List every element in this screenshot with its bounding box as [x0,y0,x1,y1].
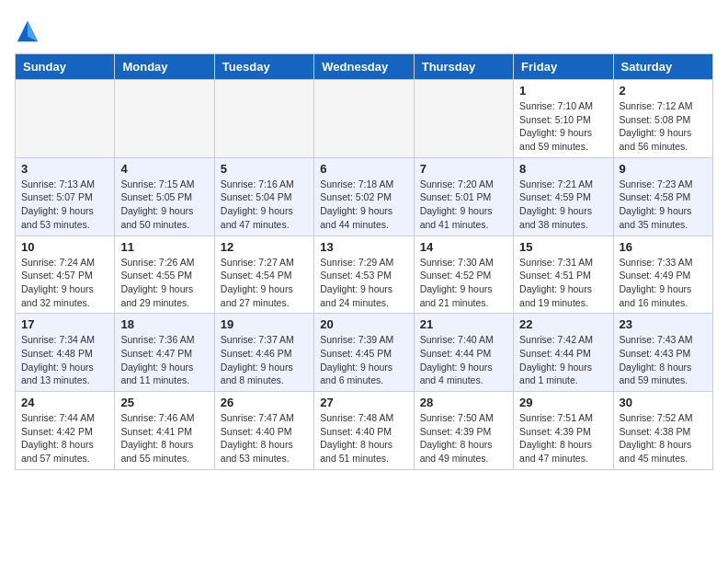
day-info: Sunrise: 7:29 AMSunset: 4:53 PMDaylight:… [320,256,407,310]
day-number: 9 [620,162,707,176]
day-info: Sunrise: 7:24 AMSunset: 4:57 PMDaylight:… [21,256,108,310]
day-info: Sunrise: 7:37 AMSunset: 4:46 PMDaylight:… [221,333,308,387]
day-number: 10 [21,240,108,254]
day-number: 30 [620,396,707,409]
calendar-day-cell: 27Sunrise: 7:48 AMSunset: 4:40 PMDayligh… [314,392,414,470]
day-number: 22 [519,317,607,331]
day-info: Sunrise: 7:27 AMSunset: 4:54 PMDaylight:… [221,256,308,310]
calendar-week-row: 3Sunrise: 7:13 AMSunset: 5:07 PMDaylight… [16,157,713,236]
day-info: Sunrise: 7:30 AMSunset: 4:52 PMDaylight:… [420,256,507,310]
calendar-header-row: SundayMondayTuesdayWednesdayThursdayFrid… [16,54,713,80]
calendar-day-cell: 22Sunrise: 7:42 AMSunset: 4:44 PMDayligh… [514,314,613,392]
day-info: Sunrise: 7:12 AMSunset: 5:08 PMDaylight:… [620,99,707,154]
calendar-week-row: 10Sunrise: 7:24 AMSunset: 4:57 PMDayligh… [16,236,713,314]
day-info: Sunrise: 7:36 AMSunset: 4:47 PMDaylight:… [120,333,208,387]
day-number: 28 [420,396,507,409]
day-info: Sunrise: 7:18 AMSunset: 5:02 PMDaylight:… [320,178,407,232]
calendar-day-cell: 21Sunrise: 7:40 AMSunset: 4:44 PMDayligh… [414,314,513,392]
day-info: Sunrise: 7:16 AMSunset: 5:04 PMDaylight:… [221,178,308,232]
calendar-day-cell: 14Sunrise: 7:30 AMSunset: 4:52 PMDayligh… [414,236,513,314]
day-info: Sunrise: 7:46 AMSunset: 4:41 PMDaylight:… [120,411,208,465]
day-info: Sunrise: 7:26 AMSunset: 4:55 PMDaylight:… [120,256,208,310]
calendar-day-cell [115,80,214,158]
day-of-week-header: Tuesday [214,54,313,80]
calendar-day-cell: 28Sunrise: 7:50 AMSunset: 4:39 PMDayligh… [414,392,513,470]
calendar-week-row: 1Sunrise: 7:10 AMSunset: 5:10 PMDaylight… [16,80,713,158]
day-number: 26 [221,396,308,409]
calendar-day-cell: 11Sunrise: 7:26 AMSunset: 4:55 PMDayligh… [115,236,214,314]
day-info: Sunrise: 7:44 AMSunset: 4:42 PMDaylight:… [21,411,108,465]
day-number: 21 [420,317,507,331]
day-number: 5 [221,162,308,176]
day-number: 1 [519,84,607,98]
day-info: Sunrise: 7:33 AMSunset: 4:49 PMDaylight:… [620,256,707,310]
day-info: Sunrise: 7:50 AMSunset: 4:39 PMDaylight:… [420,411,507,465]
day-of-week-header: Monday [115,54,214,80]
day-number: 3 [21,162,108,176]
calendar-day-cell: 9Sunrise: 7:23 AMSunset: 4:58 PMDaylight… [613,157,712,236]
day-of-week-header: Friday [514,54,613,80]
day-info: Sunrise: 7:23 AMSunset: 4:58 PMDaylight:… [620,178,707,232]
calendar-day-cell: 24Sunrise: 7:44 AMSunset: 4:42 PMDayligh… [16,392,115,470]
logo-icon [15,18,40,44]
day-info: Sunrise: 7:40 AMSunset: 4:44 PMDaylight:… [420,333,507,387]
day-number: 19 [221,317,308,331]
day-info: Sunrise: 7:39 AMSunset: 4:45 PMDaylight:… [320,333,407,387]
calendar-day-cell: 18Sunrise: 7:36 AMSunset: 4:47 PMDayligh… [115,314,214,392]
day-number: 6 [320,162,407,176]
calendar-day-cell: 5Sunrise: 7:16 AMSunset: 5:04 PMDaylight… [214,157,313,236]
calendar-day-cell: 19Sunrise: 7:37 AMSunset: 4:46 PMDayligh… [214,314,313,392]
calendar-day-cell: 25Sunrise: 7:46 AMSunset: 4:41 PMDayligh… [115,392,214,470]
day-info: Sunrise: 7:43 AMSunset: 4:43 PMDaylight:… [620,333,707,387]
calendar-day-cell [16,80,115,158]
day-info: Sunrise: 7:47 AMSunset: 4:40 PMDaylight:… [221,411,308,465]
calendar-day-cell: 29Sunrise: 7:51 AMSunset: 4:39 PMDayligh… [514,392,613,470]
day-number: 24 [21,396,108,409]
calendar-day-cell: 7Sunrise: 7:20 AMSunset: 5:01 PMDaylight… [414,157,513,236]
day-info: Sunrise: 7:20 AMSunset: 5:01 PMDaylight:… [420,178,507,232]
calendar-day-cell: 8Sunrise: 7:21 AMSunset: 4:59 PMDaylight… [514,157,613,236]
day-number: 25 [120,396,208,409]
day-number: 12 [221,240,308,254]
day-number: 15 [519,240,607,254]
calendar-day-cell: 16Sunrise: 7:33 AMSunset: 4:49 PMDayligh… [613,236,712,314]
day-info: Sunrise: 7:13 AMSunset: 5:07 PMDaylight:… [21,178,108,232]
day-number: 20 [320,317,407,331]
calendar-day-cell [314,80,414,158]
day-info: Sunrise: 7:21 AMSunset: 4:59 PMDaylight:… [519,178,607,232]
day-of-week-header: Saturday [613,54,712,80]
day-number: 8 [519,162,607,176]
day-number: 17 [21,317,108,331]
logo [15,18,44,44]
day-number: 23 [620,317,707,331]
day-number: 13 [320,240,407,254]
day-info: Sunrise: 7:31 AMSunset: 4:51 PMDaylight:… [519,256,607,310]
calendar-day-cell [414,80,513,158]
calendar-day-cell: 30Sunrise: 7:52 AMSunset: 4:38 PMDayligh… [613,392,712,470]
day-of-week-header: Wednesday [314,54,414,80]
calendar-day-cell: 23Sunrise: 7:43 AMSunset: 4:43 PMDayligh… [613,314,712,392]
day-number: 29 [519,396,607,409]
day-number: 7 [420,162,507,176]
calendar-table: SundayMondayTuesdayWednesdayThursdayFrid… [15,53,713,470]
page-header [15,15,713,44]
calendar-day-cell: 12Sunrise: 7:27 AMSunset: 4:54 PMDayligh… [214,236,313,314]
calendar-day-cell: 3Sunrise: 7:13 AMSunset: 5:07 PMDaylight… [16,157,115,236]
calendar-day-cell: 13Sunrise: 7:29 AMSunset: 4:53 PMDayligh… [314,236,414,314]
day-number: 27 [320,396,407,409]
day-info: Sunrise: 7:48 AMSunset: 4:40 PMDaylight:… [320,411,407,465]
day-number: 16 [620,240,707,254]
calendar-week-row: 24Sunrise: 7:44 AMSunset: 4:42 PMDayligh… [16,392,713,470]
calendar-week-row: 17Sunrise: 7:34 AMSunset: 4:48 PMDayligh… [16,314,713,392]
calendar-day-cell: 26Sunrise: 7:47 AMSunset: 4:40 PMDayligh… [214,392,313,470]
calendar-day-cell: 2Sunrise: 7:12 AMSunset: 5:08 PMDaylight… [613,80,712,158]
calendar-day-cell: 17Sunrise: 7:34 AMSunset: 4:48 PMDayligh… [16,314,115,392]
day-info: Sunrise: 7:52 AMSunset: 4:38 PMDaylight:… [620,411,707,465]
day-info: Sunrise: 7:15 AMSunset: 5:05 PMDaylight:… [120,178,208,232]
day-of-week-header: Thursday [414,54,513,80]
day-number: 14 [420,240,507,254]
calendar-day-cell: 20Sunrise: 7:39 AMSunset: 4:45 PMDayligh… [314,314,414,392]
day-number: 4 [120,162,208,176]
day-info: Sunrise: 7:51 AMSunset: 4:39 PMDaylight:… [519,411,607,465]
day-number: 18 [120,317,208,331]
